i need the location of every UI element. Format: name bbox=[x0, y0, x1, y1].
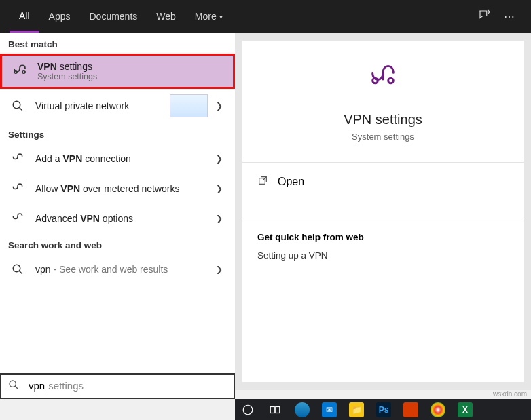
svg-line-10 bbox=[15, 386, 18, 389]
svg-rect-13 bbox=[276, 406, 280, 413]
svg-point-7 bbox=[388, 78, 394, 83]
chevron-right-icon: ❯ bbox=[216, 101, 223, 111]
tab-documents[interactable]: Documents bbox=[79, 0, 147, 33]
detail-title: VPN settings bbox=[242, 112, 524, 128]
search-icon bbox=[8, 379, 19, 393]
chrome-icon[interactable] bbox=[431, 402, 445, 417]
vpn-icon bbox=[8, 209, 27, 228]
result-web-search[interactable]: vpn - See work and web results ❯ bbox=[0, 254, 235, 284]
svg-point-4 bbox=[13, 265, 20, 272]
search-icon bbox=[8, 260, 27, 279]
edge-icon[interactable] bbox=[295, 402, 310, 417]
open-button[interactable]: Open bbox=[242, 163, 524, 200]
svg-point-11 bbox=[243, 405, 253, 415]
search-input[interactable] bbox=[26, 381, 227, 392]
file-explorer-icon[interactable]: 📁 bbox=[349, 402, 364, 417]
help-heading: Get quick help from web bbox=[257, 232, 509, 242]
detail-pane: VPN settings System settings Open Get qu… bbox=[235, 33, 531, 390]
section-settings: Settings bbox=[0, 123, 235, 144]
chevron-right-icon: ❯ bbox=[216, 184, 223, 193]
result-allow-vpn-metered[interactable]: Allow VPN over metered networks ❯ bbox=[0, 174, 235, 204]
svg-point-9 bbox=[10, 381, 16, 387]
chevron-right-icon: ❯ bbox=[216, 214, 223, 223]
excel-icon[interactable]: X bbox=[458, 402, 473, 417]
open-icon bbox=[257, 175, 268, 188]
chevron-right-icon: ❯ bbox=[216, 154, 223, 164]
search-tabs-header: All Apps Documents Web More▾ ⋯ bbox=[0, 0, 531, 33]
help-link-setup-vpn[interactable]: Setting up a VPN bbox=[257, 250, 509, 261]
result-title: Add a VPN connection bbox=[35, 153, 208, 164]
task-view-icon[interactable] bbox=[268, 402, 282, 417]
vpn-icon bbox=[242, 64, 524, 102]
result-title: Virtual private network bbox=[35, 100, 162, 111]
section-search-work-web: Search work and web bbox=[0, 233, 235, 254]
more-options-icon[interactable]: ⋯ bbox=[497, 10, 521, 23]
result-title: vpn - See work and web results bbox=[35, 264, 208, 275]
mail-icon[interactable]: ✉ bbox=[322, 402, 337, 417]
vpn-icon bbox=[10, 62, 29, 81]
search-box[interactable]: vpn settings bbox=[0, 373, 235, 399]
svg-line-5 bbox=[19, 271, 22, 274]
svg-rect-12 bbox=[270, 406, 274, 413]
open-label: Open bbox=[278, 176, 304, 188]
section-best-match: Best match bbox=[0, 33, 235, 54]
vpn-icon bbox=[8, 149, 27, 168]
watermark: wsxdn.com bbox=[493, 390, 527, 398]
search-icon bbox=[8, 96, 27, 115]
result-subtitle: System settings bbox=[37, 72, 225, 81]
chevron-right-icon: ❯ bbox=[216, 265, 223, 274]
svg-point-1 bbox=[22, 71, 25, 73]
feedback-icon[interactable] bbox=[471, 9, 497, 24]
svg-point-2 bbox=[13, 101, 20, 109]
photoshop-icon[interactable]: Ps bbox=[376, 402, 391, 417]
result-add-vpn-connection[interactable]: Add a VPN connection ❯ bbox=[0, 144, 235, 174]
vpn-icon bbox=[8, 179, 27, 198]
result-title: Advanced VPN options bbox=[35, 213, 208, 224]
result-vpn-settings[interactable]: VPN settings System settings bbox=[0, 54, 235, 89]
result-title: VPN settings bbox=[37, 61, 225, 72]
result-title: Allow VPN over metered networks bbox=[35, 183, 208, 194]
tab-more[interactable]: More▾ bbox=[185, 0, 232, 33]
tab-web[interactable]: Web bbox=[147, 0, 185, 33]
svg-line-3 bbox=[19, 107, 22, 111]
results-pane: Best match VPN settings System settings … bbox=[0, 33, 235, 390]
result-virtual-private-network[interactable]: Virtual private network ❯ bbox=[0, 89, 235, 123]
chevron-down-icon: ▾ bbox=[219, 13, 223, 20]
cortana-icon[interactable] bbox=[240, 402, 255, 417]
tab-apps[interactable]: Apps bbox=[39, 0, 80, 33]
tab-all[interactable]: All bbox=[10, 0, 39, 33]
result-advanced-vpn-options[interactable]: Advanced VPN options ❯ bbox=[0, 204, 235, 233]
detail-subtitle: System settings bbox=[242, 132, 524, 142]
svg-point-6 bbox=[373, 78, 378, 83]
taskbar: ✉ 📁 Ps X bbox=[235, 399, 531, 420]
office-icon[interactable] bbox=[403, 402, 418, 417]
result-thumbnail bbox=[170, 94, 208, 117]
